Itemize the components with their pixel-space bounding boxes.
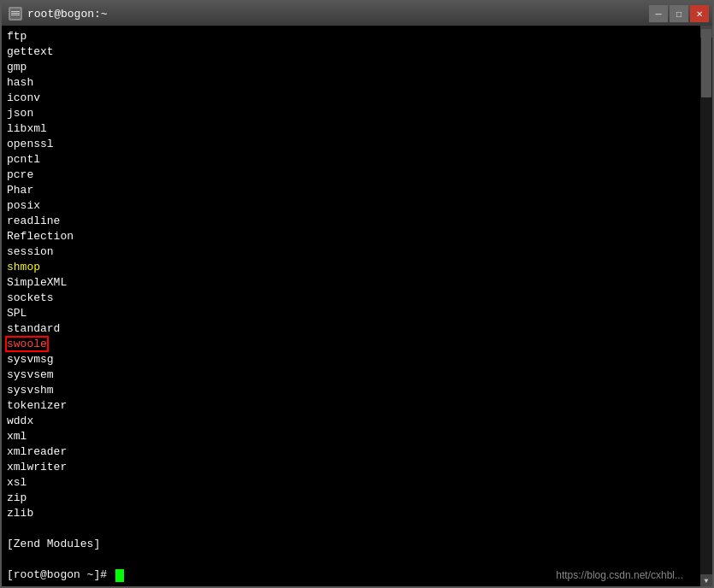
line-shmop: shmop: [7, 260, 695, 275]
watermark: https://blog.csdn.net/cxhbl...: [556, 569, 683, 581]
line-phar: Phar: [7, 183, 695, 198]
svg-rect-3: [11, 15, 20, 15]
close-button[interactable]: ✕: [690, 5, 709, 22]
titlebar-icon: [9, 7, 22, 21]
line-zend-modules: [Zend Modules]: [7, 537, 695, 552]
line-posix: posix: [7, 198, 695, 214]
line-session: session: [7, 244, 695, 260]
line-ftp: ftp: [7, 29, 695, 44]
line-xmlreader: xmlreader: [7, 444, 695, 460]
line-readline: readline: [7, 214, 695, 229]
line-hash: hash: [7, 75, 695, 91]
cursor: [115, 569, 124, 582]
titlebar-title: root@bogon:~: [27, 8, 108, 21]
terminal-body: ftp gettext gmp hash iconv json libxml o…: [2, 26, 712, 586]
svg-rect-1: [11, 11, 20, 12]
line-simplexml: SimpleXML: [7, 275, 695, 291]
scrollbar[interactable]: ▲ ▼: [700, 26, 712, 586]
line-zlib: zlib: [7, 506, 695, 521]
line-xml: xml: [7, 429, 695, 444]
line-zip: zip: [7, 491, 695, 506]
line-gettext: gettext: [7, 44, 695, 60]
minimize-button[interactable]: ─: [649, 5, 668, 22]
line-iconv: iconv: [7, 91, 695, 106]
svg-rect-2: [11, 13, 20, 14]
line-spl: SPL: [7, 306, 695, 321]
line-standard: standard: [7, 321, 695, 337]
line-wddx: wddx: [7, 414, 695, 429]
terminal-window: root@bogon:~ ─ □ ✕ ftp gettext gmp hash …: [0, 0, 714, 588]
line-openssl: openssl: [7, 137, 695, 152]
maximize-button[interactable]: □: [670, 5, 688, 22]
line-sysvmsg: sysvmsg: [7, 352, 695, 368]
titlebar-controls: ─ □ ✕: [649, 5, 709, 22]
line-sysvsem: sysvsem: [7, 368, 695, 383]
titlebar: root@bogon:~ ─ □ ✕: [2, 2, 712, 26]
line-blank2: [7, 552, 695, 567]
line-xsl: xsl: [7, 475, 695, 491]
line-xmlwriter: xmlwriter: [7, 460, 695, 475]
prompt-text: [root@bogon ~]#: [7, 567, 114, 583]
line-sockets: sockets: [7, 291, 695, 306]
scrollbar-thumb[interactable]: [701, 29, 711, 97]
scrollbar-down-arrow[interactable]: ▼: [700, 574, 712, 586]
terminal-content[interactable]: ftp gettext gmp hash iconv json libxml o…: [2, 26, 700, 586]
line-tokenizer: tokenizer: [7, 398, 695, 414]
line-gmp: gmp: [7, 60, 695, 75]
line-pcre: pcre: [7, 168, 695, 183]
line-libxml: libxml: [7, 121, 695, 137]
line-blank1: [7, 521, 695, 537]
line-json: json: [7, 106, 695, 121]
line-sysvshm: sysvshm: [7, 383, 695, 398]
line-swoole: swoole: [7, 337, 695, 352]
line-pcntl: pcntl: [7, 152, 695, 168]
line-reflection: Reflection: [7, 229, 695, 244]
